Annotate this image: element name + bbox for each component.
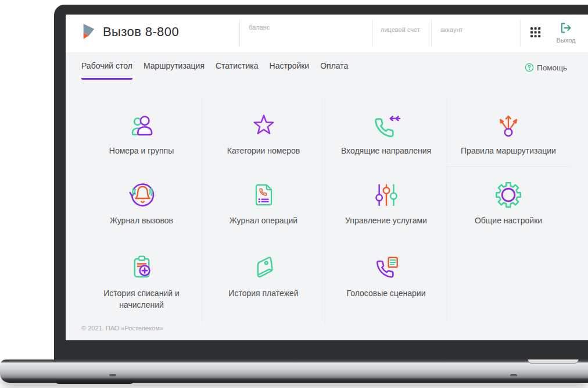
- grid-icon: [530, 27, 541, 38]
- tile-call-log[interactable]: Журнал вызовов: [81, 167, 202, 240]
- header-divider: [239, 20, 240, 47]
- tab-routing[interactable]: Маршрутизация: [144, 61, 205, 80]
- personal-account-label: лицевой счет: [381, 26, 420, 33]
- tile-voice-scenarios[interactable]: Голосовые сценарии: [325, 240, 447, 323]
- app-title: Вызов 8-800: [103, 24, 179, 40]
- tile-label: Категории номеров: [227, 145, 300, 156]
- laptop-lid-notch: [528, 359, 579, 364]
- tab-desktop[interactable]: Рабочий стол: [81, 61, 132, 80]
- tab-settings[interactable]: Настройки: [270, 61, 310, 80]
- call-log-icon: [127, 180, 156, 210]
- main-navigation: Рабочий стол Маршрутизация Статистика На…: [81, 61, 348, 80]
- header-divider: [431, 20, 432, 47]
- apps-grid-button[interactable]: [530, 27, 541, 40]
- tile-routing-rules[interactable]: Правила маршрутизации: [447, 97, 569, 167]
- copyright-text: © 2021. ПАО «Ростелеком»: [81, 325, 163, 332]
- tile-label: Правила маршрутизации: [461, 145, 556, 156]
- clipboard-plus-icon: [128, 252, 155, 283]
- tile-label: Входящие направления: [341, 145, 431, 156]
- app-header: Вызов 8-800 баланс лицевой счет аккаунт: [66, 15, 588, 53]
- wallet-icon: [250, 252, 277, 283]
- tile-label: Управление услугами: [345, 215, 427, 226]
- laptop-foot: [109, 374, 116, 376]
- tile-payments-history[interactable]: История платежей: [202, 240, 325, 323]
- tab-payment[interactable]: Оплата: [320, 61, 348, 80]
- balance-label: баланс: [249, 24, 270, 31]
- gear-icon: [494, 180, 522, 210]
- laptop-screen-bezel: Вызов 8-800 баланс лицевой счет аккаунт: [54, 5, 588, 361]
- help-label: Помощь: [537, 63, 567, 72]
- document-phone-icon: [251, 180, 277, 210]
- dashboard-grid: Номера и группы Категории номеров: [81, 97, 569, 323]
- route-split-icon: [496, 110, 521, 140]
- tile-label: Журнал вызовов: [110, 215, 173, 226]
- laptop-base-lip: [55, 380, 134, 384]
- laptop-foot: [510, 374, 517, 376]
- tile-label: Журнал операций: [230, 215, 297, 226]
- tile-general-settings[interactable]: Общие настройки: [447, 167, 569, 240]
- tile-incoming-directions[interactable]: Входящие направления: [325, 97, 447, 167]
- phone-script-icon: [373, 252, 400, 283]
- tile-number-categories[interactable]: Категории номеров: [202, 97, 325, 167]
- app-body: Рабочий стол Маршрутизация Статистика На…: [66, 53, 588, 340]
- header-divider: [372, 20, 372, 47]
- tab-statistics[interactable]: Статистика: [216, 61, 259, 80]
- sliders-icon: [374, 180, 399, 210]
- help-button[interactable]: Помощь: [525, 63, 567, 72]
- tile-numbers-and-groups[interactable]: Номера и группы: [81, 97, 202, 167]
- people-icon: [128, 110, 155, 140]
- laptop-screen-content: Вызов 8-800 баланс лицевой счет аккаунт: [66, 15, 588, 340]
- tile-label: Голосовые сценарии: [347, 287, 426, 299]
- tile-label: Номера и группы: [109, 145, 174, 156]
- tile-label: История платежей: [228, 287, 298, 299]
- phone-incoming-icon: [372, 110, 400, 140]
- header-divider: [520, 20, 521, 47]
- logout-button[interactable]: Выход: [550, 22, 582, 44]
- tile-service-management[interactable]: Управление услугами: [325, 167, 447, 240]
- tile-operations-log[interactable]: Журнал операций: [202, 167, 325, 240]
- laptop-base: [0, 359, 588, 383]
- star-icon: [251, 110, 277, 140]
- tile-label: История списаний и начислений: [89, 287, 194, 311]
- logout-icon: [560, 22, 572, 34]
- tile-charges-history[interactable]: История списаний и начислений: [81, 240, 202, 323]
- page: Вызов 8-800 баланс лицевой счет аккаунт: [0, 0, 588, 388]
- tile-label: Общие настройки: [475, 215, 542, 226]
- logout-label: Выход: [550, 37, 582, 44]
- rostelecom-logo-icon: [81, 23, 98, 42]
- account-label: аккаунт: [440, 26, 463, 33]
- help-icon: [525, 63, 534, 72]
